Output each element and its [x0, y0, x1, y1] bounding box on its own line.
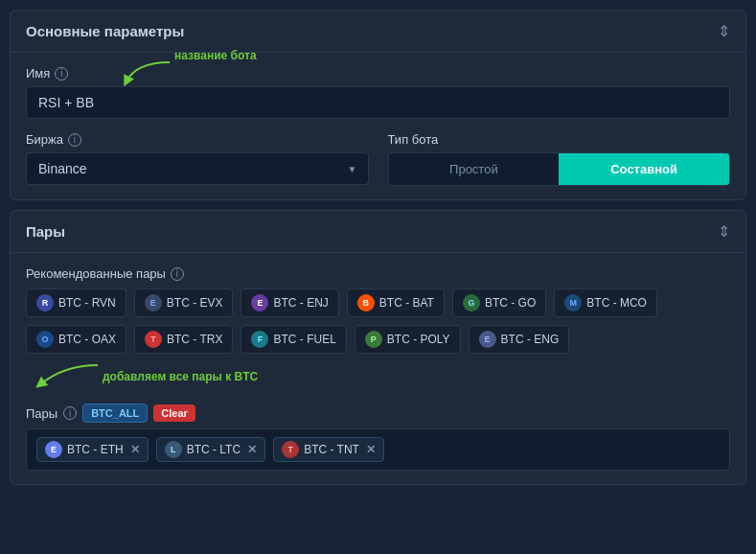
selected-pair-ltc: L BTC - LTC ✕ — [156, 437, 265, 462]
ltc-icon: L — [165, 441, 182, 458]
pair-label-rvn: BTC - RVN — [58, 296, 116, 310]
go-icon: G — [463, 294, 480, 312]
exchange-select[interactable]: Binance Bittrex Poloniex — [26, 152, 369, 185]
pair-chip-oax[interactable]: O BTC - OAX — [26, 325, 126, 354]
bot-type-composite-btn[interactable]: Составной — [559, 153, 729, 185]
pairs-section-header: Пары ⇕ — [11, 211, 745, 253]
rvn-icon: R — [36, 294, 54, 312]
pair-chip-mco[interactable]: M BTC - MCO — [554, 289, 657, 317]
pair-label-poly: BTC - POLY — [387, 333, 450, 346]
bot-type-label: Тип бота — [388, 132, 439, 147]
pair-chip-enj[interactable]: E BTC - ENJ — [241, 289, 338, 317]
pairs-section-title: Пары — [26, 223, 65, 240]
name-annotation-arrow — [117, 60, 174, 87]
ltc-remove-btn[interactable]: ✕ — [247, 443, 257, 456]
pair-label-enj: BTC - ENJ — [273, 296, 328, 310]
pair-chip-trx[interactable]: T BTC - TRX — [134, 325, 233, 354]
pairs-label: Пары — [26, 406, 57, 421]
pair-label-go: BTC - GO — [485, 296, 536, 310]
pair-chip-rvn[interactable]: R BTC - RVN — [26, 289, 126, 317]
name-info-icon[interactable]: i — [55, 67, 68, 81]
enj-icon: E — [251, 294, 268, 312]
selected-pair-tnt: T BTC - TNT ✕ — [273, 437, 384, 462]
pair-label-evx: BTC - EVX — [167, 296, 223, 310]
pair-chip-eng[interactable]: E BTC - ENG — [469, 325, 570, 354]
evx-icon: E — [145, 294, 162, 312]
pair-chip-evx[interactable]: E BTC - EVX — [134, 289, 234, 317]
pairs-controls-row: Пары i BTC_ALL Clear — [26, 404, 730, 423]
mco-icon: M — [564, 294, 582, 312]
expand-icon[interactable]: ⇕ — [718, 22, 730, 40]
oax-icon: O — [36, 331, 54, 348]
eth-remove-btn[interactable]: ✕ — [130, 443, 140, 456]
pair-label-eng: BTC - ENG — [501, 333, 560, 346]
pair-label-mco: BTC - MCO — [586, 296, 647, 310]
pair-chip-fuel[interactable]: F BTC - FUEL — [241, 325, 346, 354]
btc-all-button[interactable]: BTC_ALL — [82, 404, 148, 423]
tnt-icon: T — [282, 441, 299, 458]
pair-chip-poly[interactable]: P BTC - POLY — [355, 325, 461, 354]
pair-chip-go[interactable]: G BTC - GO — [452, 289, 546, 317]
recommended-pairs-label: Рекомендованные пары — [26, 266, 166, 281]
bot-type-simple-btn[interactable]: Простой — [389, 153, 560, 185]
fuel-icon: F — [251, 331, 268, 348]
bot-name-input[interactable] — [26, 86, 730, 119]
basic-section-title: Основные параметры — [26, 23, 184, 39]
pair-chip-bat[interactable]: B BTC - BAT — [347, 289, 445, 317]
pair-label-bat: BTC - BAT — [379, 296, 434, 310]
pairs-info-icon[interactable]: i — [63, 406, 77, 420]
selected-pairs-box[interactable]: E BTC - ETH ✕ L BTC - LTC ✕ T BTC - TNT … — [26, 428, 730, 471]
tnt-remove-btn[interactable]: ✕ — [366, 443, 376, 456]
ltc-pair-label: BTC - LTC — [187, 443, 241, 456]
pairs-section: Пары ⇕ Рекомендованные пары i R BTC - RV… — [10, 210, 746, 485]
recommended-info-icon[interactable]: i — [171, 267, 184, 281]
eth-icon: E — [45, 441, 62, 458]
pair-label-oax: BTC - OAX — [58, 333, 116, 346]
clear-button[interactable]: Clear — [153, 404, 195, 422]
name-annotation-text: название бота — [174, 49, 257, 62]
basic-parameters-section: Основные параметры ⇕ Имя i название бота — [10, 10, 746, 200]
trx-icon: T — [145, 331, 162, 348]
pairs-expand-icon[interactable]: ⇕ — [718, 222, 730, 241]
bat-icon: B — [357, 294, 375, 312]
poly-icon: P — [365, 331, 382, 348]
selected-pair-eth: E BTC - ETH ✕ — [36, 437, 149, 462]
tnt-pair-label: BTC - TNT — [304, 443, 359, 456]
pairs-annotation-arrow — [26, 363, 103, 390]
recommended-pairs-grid: R BTC - RVN E BTC - EVX E BTC - ENJ B BT… — [26, 289, 730, 354]
eng-icon: E — [479, 331, 496, 348]
basic-section-header: Основные параметры ⇕ — [11, 11, 745, 53]
pair-label-fuel: BTC - FUEL — [273, 333, 335, 346]
bot-type-toggle: Простой Составной — [388, 152, 731, 186]
name-label: Имя — [26, 66, 50, 81]
exchange-label: Биржа — [26, 132, 63, 147]
eth-pair-label: BTC - ETH — [67, 443, 124, 456]
pair-label-trx: BTC - TRX — [167, 333, 222, 346]
exchange-info-icon[interactable]: i — [68, 133, 81, 147]
pairs-annotation-text: добавляем все пары к BTC — [103, 370, 258, 383]
